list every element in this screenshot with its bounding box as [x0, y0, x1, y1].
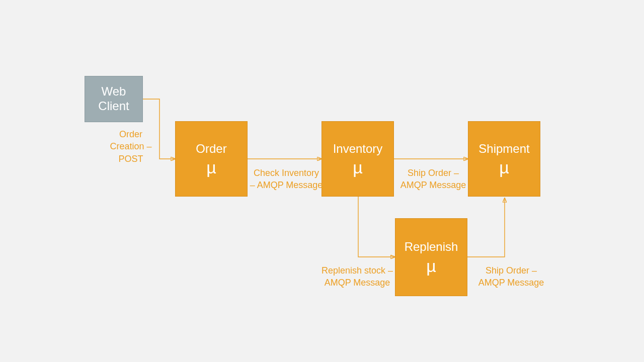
node-inventory-mu: µ [353, 159, 363, 176]
node-order-mu: µ [206, 159, 216, 176]
arrow-inventory-to-replenish [358, 197, 395, 257]
node-order: Order µ [175, 121, 248, 197]
node-shipment: Shipment µ [468, 121, 540, 197]
edge-label-replenish-to-shipment: Ship Order –AMQP Message [471, 264, 551, 289]
edge-label-web-to-order: OrderCreation –POST [101, 128, 161, 165]
node-order-label: Order [196, 142, 226, 156]
edge-label-order-to-inventory: Check Inventory– AMQP Message [249, 167, 324, 192]
node-shipment-label: Shipment [478, 142, 529, 156]
node-inventory: Inventory µ [321, 121, 394, 197]
edge-label-inventory-to-replenish: Replenish stock –AMQP Message [317, 264, 397, 289]
node-web-client-label: WebClient [98, 84, 129, 114]
node-replenish: Replenish µ [395, 218, 467, 296]
arrow-replenish-to-shipment [467, 198, 505, 257]
node-replenish-mu: µ [426, 257, 436, 275]
node-replenish-label: Replenish [405, 240, 458, 254]
edge-label-inventory-to-shipment: Ship Order –AMQP Message [395, 167, 471, 192]
node-web-client: WebClient [85, 76, 143, 122]
node-inventory-label: Inventory [333, 142, 383, 156]
node-shipment-mu: µ [499, 159, 509, 176]
